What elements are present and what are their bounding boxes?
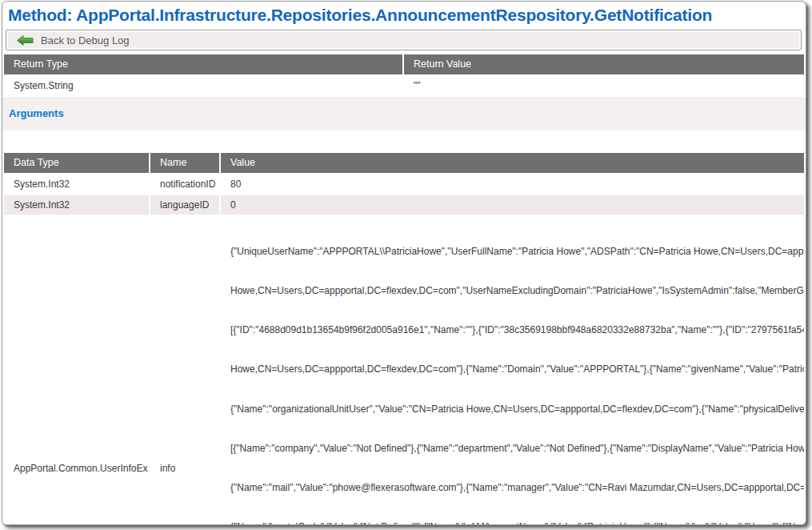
value-column-header: Value: [221, 153, 804, 173]
name-column-header: Name: [150, 153, 219, 173]
return-type-cell: System.String: [4, 76, 402, 95]
spacer: [2, 130, 806, 151]
return-value-cell: "": [404, 76, 804, 95]
debug-method-detail-window: Method: AppPortal.Infrastructure.Reposit…: [2, 1, 806, 525]
back-to-debug-log-button[interactable]: Back to Debug Log: [6, 30, 802, 50]
argument-row: AppPortal.Common.UserInfoEx info {"Uniqu…: [4, 216, 804, 525]
return-table: Return Type Return Value System.String "…: [2, 53, 806, 97]
argument-name: languageID: [150, 195, 219, 215]
arguments-section-label: Arguments: [9, 107, 64, 119]
return-table-header-row: Return Type Return Value: [4, 54, 804, 74]
argument-row: System.Int32 notificationID 80: [4, 175, 804, 194]
return-value-column-header: Return Value: [404, 54, 804, 74]
data-type-column-header: Data Type: [4, 153, 149, 173]
arguments-table-header-row: Data Type Name Value: [4, 153, 804, 173]
argument-value: {"UniqueUserName":"APPPORTAL\\PatriciaHo…: [221, 216, 804, 525]
argument-row: System.Int32 languageID 0: [4, 195, 804, 215]
arguments-table: Data Type Name Value System.Int32 notifi…: [2, 151, 806, 525]
argument-name: notificationID: [150, 175, 219, 194]
back-arrow-icon: [17, 35, 34, 46]
argument-data-type: System.Int32: [4, 175, 149, 194]
return-type-column-header: Return Type: [4, 54, 402, 74]
return-table-row: System.String "": [4, 76, 804, 95]
argument-name: info: [150, 216, 219, 525]
argument-data-type: System.Int32: [4, 195, 149, 215]
argument-value: 80: [221, 175, 804, 194]
arguments-section-band: Arguments: [2, 97, 806, 130]
page-title: Method: AppPortal.Infrastructure.Reposit…: [2, 2, 806, 27]
argument-value: 0: [221, 195, 804, 215]
userinfo-json-value: {"UniqueUserName":"APPPORTAL\\PatriciaHo…: [230, 218, 804, 525]
argument-data-type: AppPortal.Common.UserInfoEx: [4, 216, 149, 525]
back-button-label: Back to Debug Log: [41, 34, 130, 46]
